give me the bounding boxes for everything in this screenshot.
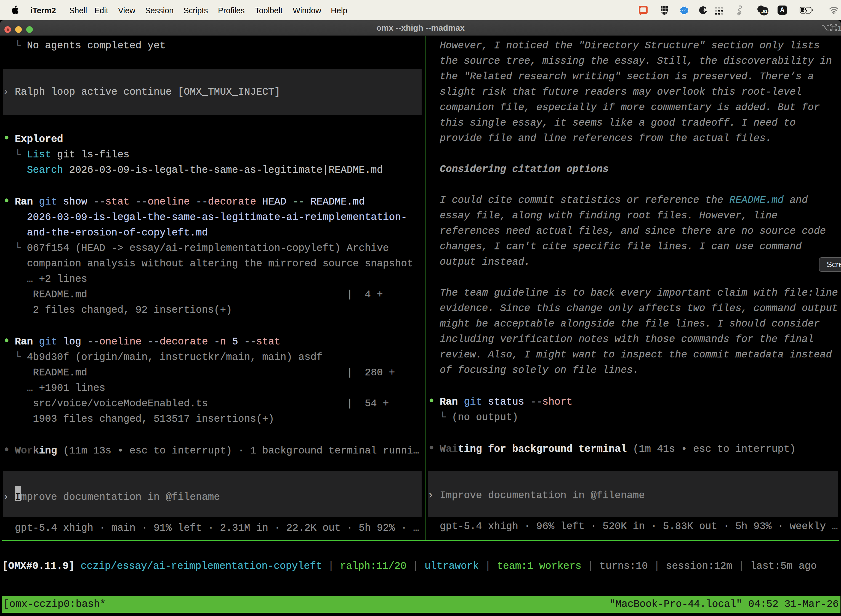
svg-text:..61: ..61 bbox=[760, 9, 767, 13]
